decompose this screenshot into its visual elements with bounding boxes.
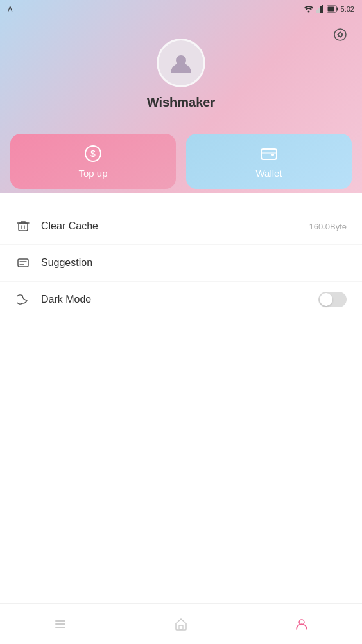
svg-point-0: [307, 11, 309, 13]
svg-rect-1: [316, 10, 318, 13]
svg-rect-18: [55, 620, 65, 622]
status-time: 5:02: [341, 5, 354, 13]
wallet-icon: [260, 145, 278, 163]
home-nav-icon: [174, 617, 188, 631]
avatar-icon: [167, 49, 195, 77]
clear-cache-value: 160.0Byte: [309, 222, 347, 231]
wifi-icon: [304, 5, 314, 13]
avatar: [157, 39, 205, 87]
username: Wishmaker: [147, 95, 216, 110]
menu-item-dark-mode[interactable]: Dark Mode: [0, 282, 362, 318]
nav-item-menu[interactable]: [38, 612, 83, 636]
suggestion-label: Suggestion: [41, 257, 347, 269]
svg-rect-2: [318, 8, 320, 13]
action-buttons: $ Top up Wallet: [10, 134, 352, 189]
menu-item-suggestion[interactable]: Suggestion: [0, 245, 362, 282]
nav-item-profile[interactable]: [279, 612, 324, 636]
signal-icon: [316, 5, 324, 13]
svg-rect-21: [179, 625, 183, 629]
topup-button[interactable]: $ Top up: [10, 134, 176, 189]
clear-cache-label: Clear Cache: [41, 220, 309, 232]
status-left-label: A: [8, 5, 12, 13]
moon-icon: [15, 292, 31, 307]
battery-icon: [327, 5, 338, 13]
svg-rect-19: [55, 623, 65, 625]
profile-section: Wishmaker: [0, 39, 362, 110]
svg-rect-6: [336, 8, 338, 11]
profile-nav-icon: [295, 617, 309, 631]
svg-rect-17: [18, 259, 28, 267]
status-right: 5:02: [304, 5, 354, 13]
svg-rect-4: [322, 5, 323, 13]
menu-list: Clear Cache 160.0Byte Suggestion Dark Mo…: [0, 203, 362, 318]
dark-mode-label: Dark Mode: [41, 294, 318, 305]
trash-icon: [15, 219, 31, 234]
wallet-button[interactable]: Wallet: [186, 134, 352, 189]
svg-rect-16: [19, 223, 28, 231]
wallet-label: Wallet: [255, 168, 282, 179]
svg-rect-14: [261, 152, 277, 154]
svg-point-8: [334, 29, 346, 40]
dollar-circle-icon: $: [84, 145, 102, 163]
suggestion-icon: [15, 255, 31, 271]
toggle-knob: [320, 293, 332, 306]
nav-item-home[interactable]: [159, 612, 203, 636]
svg-rect-15: [272, 154, 274, 156]
svg-rect-7: [327, 7, 334, 12]
svg-rect-20: [55, 627, 65, 628]
menu-nav-icon: [53, 617, 67, 631]
menu-item-clear-cache[interactable]: Clear Cache 160.0Byte: [0, 208, 362, 245]
bottom-nav: [0, 603, 362, 644]
topup-label: Top up: [78, 168, 107, 179]
status-bar: A 5:02: [0, 0, 362, 18]
dark-mode-toggle[interactable]: [318, 292, 347, 307]
settings-icon: [332, 27, 348, 42]
settings-button[interactable]: [329, 23, 352, 46]
svg-rect-3: [320, 6, 322, 13]
svg-text:$: $: [90, 148, 96, 159]
svg-point-9: [338, 33, 342, 37]
